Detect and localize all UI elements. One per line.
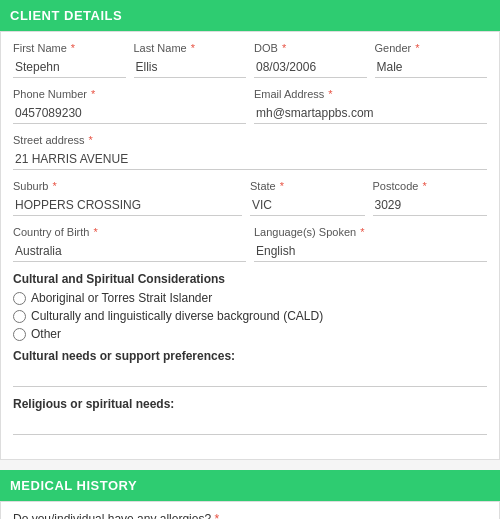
suburb-label: Suburb * [13,180,242,192]
country-of-birth-input[interactable] [13,241,246,262]
row-suburb-state-postcode: Suburb * State * Postcode * [13,180,487,216]
last-name-label: Last Name * [134,42,247,54]
row-street: Street address * [13,134,487,170]
row-name-dob-gender: First Name * Last Name * DOB * Gender * [13,42,487,78]
client-details-header: CLIENT DETAILS [0,0,500,31]
email-label: Email Address * [254,88,487,100]
dob-group: DOB * [254,42,367,78]
row-country-language: Country of Birth * Language(s) Spoken * [13,226,487,262]
suburb-group: Suburb * [13,180,242,216]
street-address-input[interactable] [13,149,487,170]
email-input[interactable] [254,103,487,124]
client-details-section: CLIENT DETAILS First Name * Last Name * … [0,0,500,460]
cultural-needs-field[interactable] [13,367,487,387]
religious-needs-field[interactable] [13,415,487,435]
religious-needs-container: Religious or spiritual needs: [13,397,487,435]
state-input[interactable] [250,195,365,216]
gender-input[interactable] [375,57,488,78]
cultural-needs-container: Cultural needs or support preferences: [13,349,487,387]
street-address-group: Street address * [13,134,487,170]
phone-number-label: Phone Number * [13,88,246,100]
first-name-input[interactable] [13,57,126,78]
cultural-considerations-group: Cultural and Spiritual Considerations Ab… [13,272,487,341]
street-address-label: Street address * [13,134,487,146]
cultural-needs-label: Cultural needs or support preferences: [13,349,487,363]
suburb-input[interactable] [13,195,242,216]
religious-needs-label: Religious or spiritual needs: [13,397,487,411]
dob-input[interactable] [254,57,367,78]
cultural-considerations-title: Cultural and Spiritual Considerations [13,272,487,286]
languages-spoken-group: Language(s) Spoken * [254,226,487,262]
medical-history-section: MEDICAL HISTORY Do you/individual have a… [0,470,500,519]
postcode-group: Postcode * [373,180,488,216]
country-of-birth-label: Country of Birth * [13,226,246,238]
languages-spoken-label: Language(s) Spoken * [254,226,487,238]
languages-spoken-input[interactable] [254,241,487,262]
last-name-group: Last Name * [134,42,247,78]
radio-other[interactable] [13,328,26,341]
country-of-birth-group: Country of Birth * [13,226,246,262]
medical-history-form: Do you/individual have any allergies? * … [0,501,500,519]
email-group: Email Address * [254,88,487,124]
row-phone-email: Phone Number * Email Address * [13,88,487,124]
first-name-label: First Name * [13,42,126,54]
gender-group: Gender * [375,42,488,78]
postcode-label: Postcode * [373,180,488,192]
first-name-group: First Name * [13,42,126,78]
gender-label: Gender * [375,42,488,54]
radio-aboriginal[interactable] [13,292,26,305]
option-cald: Culturally and linguistically diverse ba… [13,309,487,323]
phone-number-group: Phone Number * [13,88,246,124]
option-aboriginal: Aboriginal or Torres Strait Islander [13,291,487,305]
option-other: Other [13,327,487,341]
medical-history-header: MEDICAL HISTORY [0,470,500,501]
dob-label: DOB * [254,42,367,54]
phone-number-input[interactable] [13,103,246,124]
postcode-input[interactable] [373,195,488,216]
allergies-label: Do you/individual have any allergies? * [13,512,487,519]
radio-cald[interactable] [13,310,26,323]
allergies-question: Do you/individual have any allergies? * … [13,512,487,519]
last-name-input[interactable] [134,57,247,78]
state-group: State * [250,180,365,216]
state-label: State * [250,180,365,192]
client-details-form: First Name * Last Name * DOB * Gender * [0,31,500,460]
